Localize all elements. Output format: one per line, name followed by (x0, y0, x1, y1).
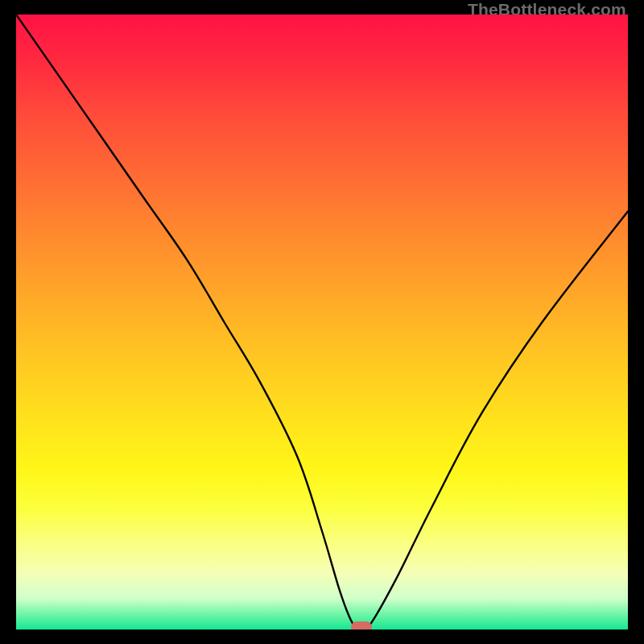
optimum-marker (351, 621, 372, 630)
bottleneck-curve (16, 14, 628, 630)
plot-area (16, 14, 628, 630)
